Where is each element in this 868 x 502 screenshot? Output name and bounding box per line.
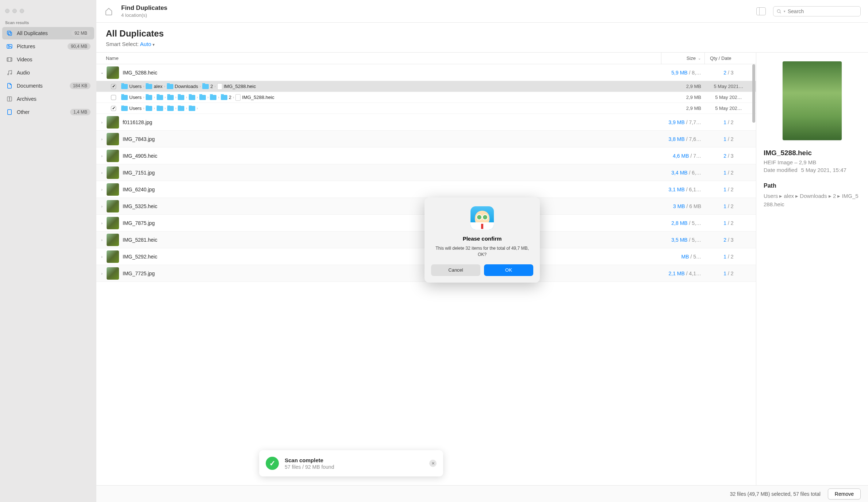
dialog-buttons: Cancel OK (431, 264, 533, 276)
toast-close-button[interactable]: ✕ (429, 460, 437, 467)
group-qty: 1 / 2 (705, 136, 752, 142)
sidebar-item-pictures[interactable]: Pictures 90,4 MB (2, 40, 94, 53)
disclosure-icon[interactable]: › (99, 187, 105, 192)
search-input[interactable] (788, 8, 857, 14)
child-date: 5 May 202… (705, 95, 752, 100)
folder-icon (121, 106, 128, 111)
crumb-file: IMG_5288.heic (224, 84, 256, 89)
folder-icon (178, 106, 184, 111)
inspector: IMG_5288.heic HEIF Image – 2,9 MB Date m… (756, 53, 868, 485)
column-qty[interactable]: Qty / Date (705, 55, 752, 61)
folder-icon (146, 95, 152, 100)
crumb-sep: › (218, 95, 219, 99)
folder-icon (167, 95, 174, 100)
disclosure-icon[interactable]: › (99, 254, 105, 259)
sidebar-item-videos[interactable]: Videos (2, 53, 94, 66)
group-row[interactable]: ⌄ IMG_5288.heic 5,9 MB / 8,… 2 / 3 (96, 64, 756, 81)
group-name: IMG_7725.jpg (123, 271, 657, 276)
disclosure-icon[interactable]: › (99, 204, 105, 208)
toast-body: Scan complete 57 files / 92 MB found (285, 457, 423, 470)
group-name: IMG_6240.jpg (123, 187, 657, 192)
disclosure-icon[interactable]: ⌄ (99, 70, 105, 75)
folder-icon (189, 95, 195, 100)
group-row[interactable]: › f0116128.jpg 3,9 MB / 7,7… 1 / 2 (96, 114, 756, 131)
sidebar-item-archives[interactable]: Archives (2, 93, 94, 105)
column-headers: Name Size ⌄ Qty / Date (96, 53, 756, 64)
toggle-inspector-button[interactable] (756, 7, 766, 15)
row-checkbox[interactable] (111, 106, 116, 111)
group-name: IMG_7875.jpg (123, 220, 657, 226)
sidebar-section-label: Scan results (0, 20, 96, 27)
child-row[interactable]: Users››››››››2›IMG_5288.heic 2,9 MB 5 Ma… (96, 92, 756, 103)
crumb-sep: › (165, 106, 166, 110)
crumb-sep: › (164, 84, 165, 88)
dialog-title: Please confirm (431, 235, 533, 242)
child-size: 2,9 MB (657, 106, 705, 111)
close-window-button[interactable] (5, 9, 9, 13)
scrollbar-thumb[interactable] (752, 64, 755, 123)
group-name: IMG_7843.jpg (123, 136, 657, 142)
zoom-window-button[interactable] (20, 9, 24, 13)
sidebar-item-documents[interactable]: Documents 184 KB (2, 80, 94, 92)
group-row[interactable]: › IMG_7843.jpg 3,8 MB / 7,6… 1 / 2 (96, 131, 756, 147)
checkmark-icon: ✓ (266, 457, 279, 470)
home-button[interactable] (104, 6, 114, 16)
cancel-button[interactable]: Cancel (431, 264, 480, 276)
remove-button[interactable]: Remove (828, 488, 861, 499)
folder-icon (167, 106, 174, 111)
crumb-sep: › (197, 95, 198, 99)
search-field[interactable]: ▾ (773, 6, 861, 16)
svg-point-9 (777, 9, 780, 12)
disclosure-icon[interactable]: › (99, 170, 105, 175)
folder-icon (167, 84, 173, 89)
disclosure-icon[interactable]: › (99, 238, 105, 242)
crumb-sep: › (197, 106, 198, 110)
ok-button[interactable]: OK (484, 264, 533, 276)
sidebar-item-label: All Duplicates (17, 30, 71, 36)
smart-select-value: Auto (140, 41, 151, 47)
group-row[interactable]: › IMG_4905.heic 4,6 MB / 7… 2 / 3 (96, 147, 756, 164)
disclosure-icon[interactable]: › (99, 221, 105, 225)
crumb-text: Users (129, 106, 142, 111)
preview-image (783, 61, 842, 140)
column-name[interactable]: Name (106, 55, 661, 61)
disclosure-icon[interactable]: › (99, 271, 105, 276)
sort-desc-icon: ⌄ (698, 56, 701, 60)
group-size: 2,8 MB / 5,… (657, 220, 705, 226)
group-name: IMG_5281.heic (123, 237, 657, 243)
minimize-window-button[interactable] (12, 9, 17, 13)
sidebar-item-duplicates[interactable]: All Duplicates 92 MB (2, 27, 94, 39)
group-name: IMG_5288.heic (123, 70, 657, 76)
child-date: 5 May 2021… (705, 84, 752, 89)
thumbnail (107, 267, 119, 280)
dialog-text: This will delete 32 items for the total … (431, 245, 533, 258)
group-size: 3,8 MB / 7,6… (657, 136, 705, 142)
row-checkbox[interactable] (111, 95, 116, 100)
crumb-text: Downloads (175, 84, 198, 89)
sidebar-item-label: Documents (17, 83, 70, 89)
disclosure-icon[interactable]: › (99, 154, 105, 158)
sidebar-item-label: Audio (17, 70, 91, 76)
svg-rect-0 (7, 31, 11, 34)
svg-rect-4 (7, 58, 12, 62)
thumbnail (107, 66, 119, 79)
toast-scan-complete: ✓ Scan complete 57 files / 92 MB found ✕ (259, 450, 443, 476)
sidebar-item-other[interactable]: Other 1,4 MB (2, 106, 94, 118)
smart-select[interactable]: Smart Select: Auto▾ (106, 41, 859, 47)
documents-icon (6, 82, 13, 89)
inspector-path-label: Path (764, 183, 861, 189)
group-qty: 1 / 2 (705, 203, 752, 209)
sidebar-item-audio[interactable]: Audio (2, 66, 94, 79)
child-row[interactable]: Users›alex›Downloads›2›IMG_5288.heic 2,9… (96, 81, 756, 92)
disclosure-icon[interactable]: › (99, 120, 105, 124)
child-row[interactable]: Users›››››› 2,9 MB 5 May 202… (96, 103, 756, 114)
row-checkbox[interactable] (111, 84, 116, 89)
disclosure-icon[interactable]: › (99, 137, 105, 141)
folder-icon (146, 106, 152, 111)
column-size[interactable]: Size ⌄ (661, 53, 705, 64)
folder-icon (146, 84, 152, 89)
search-chevron-icon: ▾ (784, 9, 786, 13)
group-row[interactable]: › IMG_6240.jpg 3,1 MB / 6,1… 1 / 2 (96, 181, 756, 198)
group-row[interactable]: › IMG_7151.jpg 3,4 MB / 6,… 1 / 2 (96, 164, 756, 181)
file-icon (217, 83, 222, 90)
